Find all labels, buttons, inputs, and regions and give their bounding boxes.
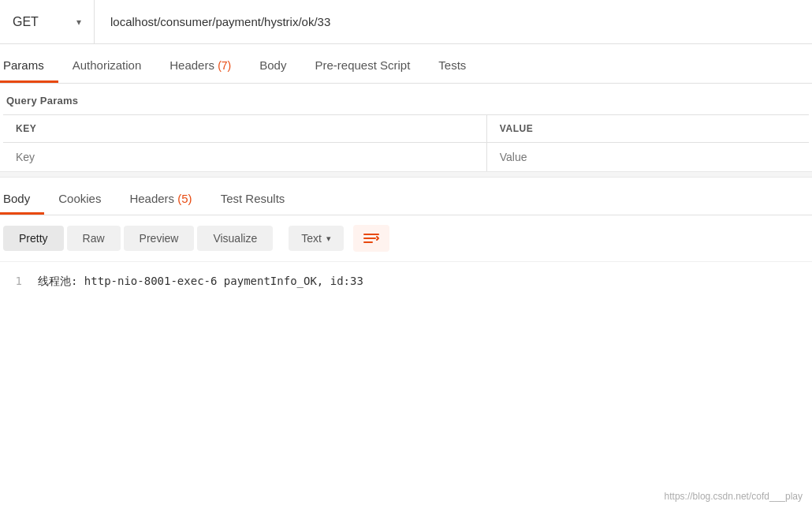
tab-authorization[interactable]: Authorization bbox=[58, 47, 156, 83]
pretty-button[interactable]: Pretty bbox=[3, 226, 64, 251]
params-table: KEY VALUE bbox=[3, 114, 809, 171]
line-content: 线程池: http-nio-8001-exec-6 paymentInfo_OK… bbox=[38, 275, 363, 289]
response-tab-cookies[interactable]: Cookies bbox=[44, 182, 115, 215]
method-dropdown[interactable]: GET ▾ bbox=[0, 0, 95, 43]
key-input[interactable] bbox=[16, 151, 474, 163]
tab-pre-request-script[interactable]: Pre-request Script bbox=[300, 47, 424, 83]
visualize-button[interactable]: Visualize bbox=[197, 226, 273, 251]
tab-headers[interactable]: Headers (7) bbox=[155, 47, 245, 83]
text-format-chevron-icon: ▾ bbox=[326, 234, 331, 244]
value-column-header: VALUE bbox=[486, 115, 809, 143]
raw-button[interactable]: Raw bbox=[67, 226, 121, 251]
preview-button[interactable]: Preview bbox=[124, 226, 195, 251]
footer-bar: https://blog.csdn.net/cofd___play bbox=[655, 488, 812, 505]
section-divider bbox=[0, 171, 812, 178]
tab-body[interactable]: Body bbox=[245, 47, 300, 83]
response-tabs: Body Cookies Headers (5) Test Results bbox=[0, 178, 812, 215]
text-format-label: Text bbox=[301, 232, 322, 245]
wrap-button[interactable] bbox=[353, 225, 389, 252]
url-bar: GET ▾ bbox=[0, 0, 812, 44]
tab-tests[interactable]: Tests bbox=[424, 47, 480, 83]
tab-params[interactable]: Params bbox=[0, 47, 58, 83]
footer-link: https://blog.csdn.net/cofd___play bbox=[665, 491, 803, 502]
query-params-section: Query Params KEY VALUE bbox=[0, 84, 812, 171]
url-input[interactable] bbox=[95, 15, 812, 28]
table-row bbox=[3, 143, 809, 172]
body-toolbar: Pretty Raw Preview Visualize Text ▾ bbox=[0, 215, 812, 262]
query-params-label: Query Params bbox=[3, 84, 809, 114]
method-chevron-icon: ▾ bbox=[76, 17, 81, 28]
wrap-icon bbox=[363, 231, 380, 245]
request-tabs: Params Authorization Headers (7) Body Pr… bbox=[0, 44, 812, 84]
key-column-header: KEY bbox=[3, 115, 486, 143]
headers-badge: (7) bbox=[218, 59, 231, 72]
response-content: 1 线程池: http-nio-8001-exec-6 paymentInfo_… bbox=[0, 262, 812, 301]
line-number: 1 bbox=[6, 275, 22, 289]
text-format-dropdown[interactable]: Text ▾ bbox=[289, 226, 344, 251]
value-input[interactable] bbox=[500, 151, 796, 163]
response-tab-headers[interactable]: Headers (5) bbox=[115, 182, 206, 215]
response-headers-badge: (5) bbox=[177, 192, 192, 205]
response-tab-test-results[interactable]: Test Results bbox=[207, 182, 300, 215]
method-label: GET bbox=[13, 15, 39, 29]
response-tab-body[interactable]: Body bbox=[0, 182, 44, 215]
